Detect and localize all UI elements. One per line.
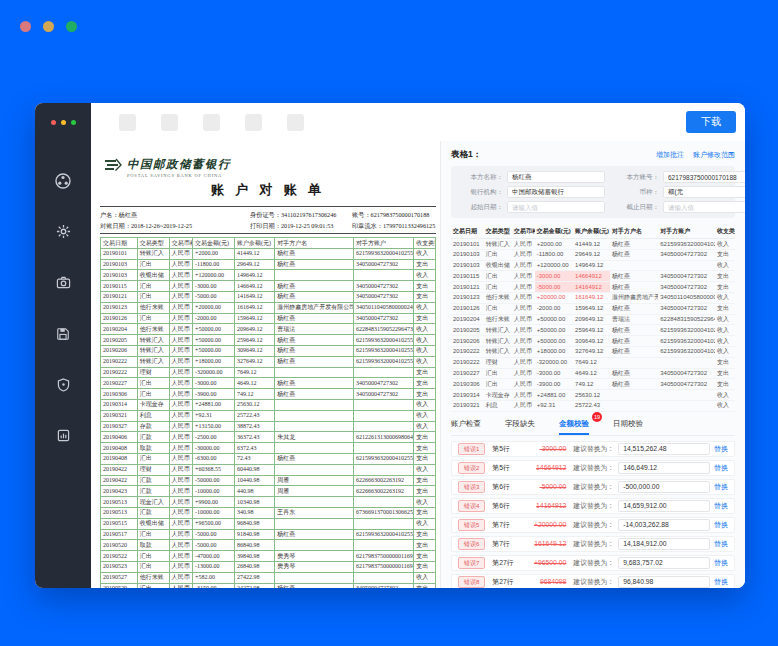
table-row[interactable]: 20190204他行来账人民币+50000.00209649.12曹瑞法6228… [451, 314, 735, 325]
browser-maximize-icon[interactable] [66, 21, 77, 32]
suggestion-value-input[interactable] [618, 519, 710, 531]
table-cell: 杨红燕 [275, 281, 354, 292]
replace-link[interactable]: 替换 [714, 501, 728, 511]
table-row[interactable]: 20190523汇出人民币-13000.0026840.98樊秀琴6217983… [101, 561, 436, 572]
suggestion-value-input[interactable] [618, 576, 710, 588]
replace-link[interactable]: 替换 [714, 444, 728, 454]
camera-icon[interactable] [35, 257, 91, 308]
table-row[interactable]: 20190103汇出人民币-11800.0029649.12杨红燕3405000… [101, 259, 436, 270]
suggestion-value-input[interactable] [618, 500, 710, 512]
table-row[interactable]: 20190422理财人民币+60368.5560440.98收入 [101, 464, 436, 475]
table-row[interactable]: 20190103收银出储人民币+120000.00149649.12收入 [101, 270, 436, 281]
replace-link[interactable]: 替换 [714, 558, 728, 568]
table-row[interactable]: 20190205转账汇入人民币+50000.00259649.12杨红燕6215… [101, 335, 436, 346]
table-row[interactable]: 20190222转账汇入人民币+18000.00327649.12杨红燕6215… [101, 356, 436, 367]
table-row[interactable]: 20190222理财人民币-320000.007649.12支出 [101, 367, 436, 378]
table-row[interactable]: 20190123他行来账人民币+20000.00161649.12滁州静鑫房地产… [451, 292, 735, 303]
table-row[interactable]: 20190522汇出人民币-47000.0039840.98樊秀琴6217983… [101, 551, 436, 562]
table-row[interactable]: 20190121汇出人民币-5000.00141649.12杨红燕3405000… [101, 291, 436, 302]
table-row[interactable]: 20190227汇出人民币-3000.004649.12杨红燕340500047… [101, 378, 436, 389]
replace-link[interactable]: 替换 [714, 520, 728, 530]
table-row[interactable]: 20190121汇出人民币-5000.0014164912杨红燕34050004… [451, 282, 735, 293]
report-icon[interactable] [35, 410, 91, 461]
table-row[interactable]: 20190227汇出人民币-3000.004649.12杨红燕340500047… [451, 368, 735, 379]
table-row[interactable]: 20190423汇款人民币-10000.00440.98周雁6226663002… [101, 486, 436, 497]
table-row[interactable]: 20190422汇款人民币-50000.0010440.98周雁62266630… [101, 475, 436, 486]
app-logo-icon[interactable] [35, 155, 91, 206]
table-row[interactable]: 20190517汇出人民币-5000.0091840.98杨红燕62159936… [101, 529, 436, 540]
close-icon[interactable] [51, 120, 56, 125]
table-row[interactable]: 20190205转账汇入人民币+50000.00259649.12杨红燕6215… [451, 325, 735, 336]
browser-minimize-icon[interactable] [43, 21, 54, 32]
form-field-input[interactable] [507, 171, 605, 183]
table-row[interactable]: 20190520取款人民币-5000.0086840.98支出 [101, 540, 436, 551]
table-row[interactable]: 20190103汇出人民币-11800.0029649.12杨红燕3405000… [451, 249, 735, 260]
replace-link[interactable]: 替换 [714, 539, 728, 549]
table-row[interactable]: 20190321利息人民币+92.3125722.43收入 [101, 410, 436, 421]
save-disk-icon[interactable] [35, 308, 91, 359]
settings-gear-icon[interactable] [35, 206, 91, 257]
table-row[interactable]: 20190408汇出人民币-6300.0072.43杨红燕62159936320… [101, 453, 436, 464]
account-modify-range-link[interactable]: 账户修改范围 [693, 150, 735, 160]
table-row[interactable]: 20190321利息人民币+92.3125722.43收入 [451, 400, 735, 411]
table-row[interactable]: 20190206转账汇入人民币+50000.00309649.12杨红燕6215… [451, 336, 735, 347]
table-cell: 支出 [414, 432, 436, 443]
table-row[interactable]: 20190515收银出储人民币+96500.0096840.98收入 [101, 518, 436, 529]
validation-tab[interactable]: 日期校验 [613, 416, 643, 435]
table-row[interactable]: 20190115汇出人民币-3000.00146649.12杨红燕3405000… [101, 281, 436, 292]
validation-tab[interactable]: 金额校验19 [559, 416, 589, 435]
toolbar-button-5[interactable] [287, 114, 304, 131]
suggestion-value-input[interactable] [618, 462, 710, 474]
table-row[interactable]: 20190123他行来账人民币+20000.00161649.12滁州静鑫房地产… [101, 302, 436, 313]
table-cell: 38872.43 [234, 421, 274, 432]
form-field-input[interactable] [663, 186, 745, 198]
table-cell: 39840.98 [234, 551, 274, 562]
table-row[interactable]: 20190314卡现金存人民币+24881.0025630.12收入 [101, 399, 436, 410]
validation-tab[interactable]: 字段缺失 [505, 416, 535, 435]
add-annotation-link[interactable]: 增加批注 [656, 150, 684, 160]
form-field-input[interactable] [507, 201, 605, 213]
table-row[interactable]: 20190222转账汇入人民币+18000.00327649.12杨红燕6215… [451, 346, 735, 357]
table-row[interactable]: 20190314卡现金存人民币+24881.0025630.12收入 [451, 390, 735, 401]
validation-tab[interactable]: 账户检查 [451, 416, 481, 435]
table-row[interactable]: 20190306汇出人民币-3900.00749.12杨红燕3405000472… [451, 379, 735, 390]
table-row[interactable]: 20190222理财人民币-320000.007649.12支出 [451, 357, 735, 368]
table-row[interactable]: 20190206转账汇入人民币+50000.00309649.12杨红燕6215… [101, 345, 436, 356]
toolbar-button-2[interactable] [161, 114, 178, 131]
table-row[interactable]: 20190408取款人民币-30000.006372.43支出 [101, 443, 436, 454]
table-row[interactable]: 20190527他行来账人民币+582.0027422.98收入 [101, 572, 436, 583]
table-row[interactable]: 20190204他行来账人民币+50000.00209649.12曹瑞法6228… [101, 324, 436, 335]
table-cell [353, 367, 413, 378]
form-field-input[interactable] [507, 186, 605, 198]
table-row[interactable]: 20190101转账汇入人民币+2000.0041449.12杨红燕621599… [451, 239, 735, 250]
table-row[interactable]: 20190126汇出人民币-2000.00159649.12杨红燕3405000… [451, 303, 735, 314]
replace-link[interactable]: 替换 [714, 577, 728, 587]
shield-icon[interactable] [35, 359, 91, 410]
browser-close-icon[interactable] [20, 21, 31, 32]
minimize-icon[interactable] [61, 120, 66, 125]
toolbar-button-4[interactable] [245, 114, 262, 131]
replace-link[interactable]: 替换 [714, 463, 728, 473]
suggestion-value-input[interactable] [618, 557, 710, 569]
table-row[interactable]: 20190406汇款人民币-2500.0036372.43朱其龙62122613… [101, 432, 436, 443]
maximize-icon[interactable] [71, 120, 76, 125]
form-field-input[interactable] [663, 171, 745, 183]
replace-link[interactable]: 替换 [714, 482, 728, 492]
form-field-input[interactable] [663, 201, 745, 213]
table-row[interactable]: 20190101转账汇入人民币+2000.0041449.12杨红燕621599… [101, 248, 436, 259]
table-row[interactable]: 20190327存款人民币+13150.0038872.43收入 [101, 421, 436, 432]
table-row[interactable]: 20190103收银出储人民币+120000.00149649.12收入 [451, 260, 735, 271]
table-row[interactable]: 20190306汇出人民币-3900.00749.12杨红燕3405000472… [101, 389, 436, 400]
download-button[interactable]: 下载 [686, 111, 736, 133]
table-row[interactable]: 20190115汇出人民币-3000.0014664912杨红燕34050004… [451, 271, 735, 282]
suggestion-value-input[interactable] [618, 443, 710, 455]
table-row[interactable]: 20190513汇款人民币-10000.00340.98王再东673669137… [101, 507, 436, 518]
suggestion-value-input[interactable] [618, 481, 710, 493]
table-row[interactable]: 20190529汇出人民币-3150.0024272.98杨红燕34050004… [101, 583, 436, 588]
toolbar-button-3[interactable] [203, 114, 220, 131]
table-row[interactable]: 20190513现金汇入人民币+9900.0010340.98收入 [101, 497, 436, 508]
toolbar-button-1[interactable] [119, 114, 136, 131]
table-row[interactable]: 20190126汇出人民币-2000.00159649.12杨红燕3405000… [101, 313, 436, 324]
bank-brand: 中国邮政储蓄银行 POSTAL SAVINGS BANK OF CHINA [103, 157, 436, 178]
suggestion-value-input[interactable] [618, 538, 710, 550]
